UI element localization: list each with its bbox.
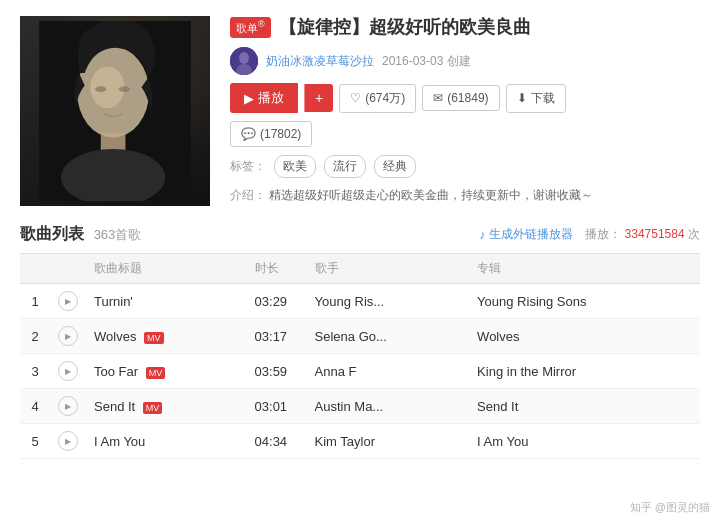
duration: 03:17 <box>247 319 307 354</box>
album[interactable]: Wolves <box>469 319 700 354</box>
table-row: 3 ▶ Too Far MV 03:59 Anna F King in the … <box>20 354 700 389</box>
play-icon-cell[interactable]: ▶ <box>50 354 86 389</box>
album[interactable]: Send It <box>469 389 700 424</box>
action-row: ▶ 播放 + ♡ (674万) ✉ (61849) ⬇ 下载 <box>230 83 700 113</box>
song-list-title: 歌曲列表 <box>20 225 84 242</box>
mv-icon[interactable]: MV <box>146 367 166 379</box>
download-label: 下载 <box>531 90 555 107</box>
artist[interactable]: Anna F <box>307 354 470 389</box>
song-name-cell: Wolves MV <box>86 319 247 354</box>
svg-point-4 <box>90 66 124 108</box>
album[interactable]: King in the Mirror <box>469 354 700 389</box>
play-button[interactable]: ▶ 播放 <box>230 83 298 113</box>
comment-icon-count: (17802) <box>260 127 301 141</box>
table-row: 1 ▶ Turnin' 03:29 Young Ris... Young Ris… <box>20 284 700 319</box>
comment-count-button[interactable]: 💬 (17802) <box>230 121 312 147</box>
created-date: 2016-03-03 创建 <box>382 53 471 70</box>
top-section: 歌单 【旋律控】超级好听的欧美良曲 奶油冰激凌草莓沙拉 2016-03-03 创… <box>20 16 700 206</box>
table-row: 2 ▶ Wolves MV 03:17 Selena Go... Wolves <box>20 319 700 354</box>
heart-icon: ♡ <box>350 91 361 105</box>
play-circle-icon[interactable]: ▶ <box>58 396 78 416</box>
play-circle-icon[interactable]: ▶ <box>58 361 78 381</box>
song-name-cell: I Am You <box>86 424 247 459</box>
col-play <box>50 254 86 284</box>
author-name[interactable]: 奶油冰激凌草莓沙拉 <box>266 53 374 70</box>
cover-image <box>20 16 210 206</box>
info-section: 歌单 【旋律控】超级好听的欧美良曲 奶油冰激凌草莓沙拉 2016-03-03 创… <box>230 16 700 206</box>
duration: 04:34 <box>247 424 307 459</box>
play-circle-icon[interactable]: ▶ <box>58 326 78 346</box>
generate-link-label: 生成外链播放器 <box>489 226 573 243</box>
title-row: 歌单 【旋律控】超级好听的欧美良曲 <box>230 16 700 39</box>
badge-gedan: 歌单 <box>230 17 271 38</box>
description-row: 介绍： 精选超级好听超级走心的欧美金曲，持续更新中，谢谢收藏～ <box>230 186 700 204</box>
desc-text: 精选超级好听超级走心的欧美金曲，持续更新中，谢谢收藏～ <box>269 188 593 202</box>
favorite-button[interactable]: ♡ (674万) <box>339 84 416 113</box>
svg-point-6 <box>119 86 130 92</box>
col-num <box>20 254 50 284</box>
bubble-icon: 💬 <box>241 127 256 141</box>
mv-icon[interactable]: MV <box>144 332 164 344</box>
play-circle-icon[interactable]: ▶ <box>58 291 78 311</box>
col-duration: 时长 <box>247 254 307 284</box>
song-name-cell: Too Far MV <box>86 354 247 389</box>
tag-2[interactable]: 经典 <box>374 155 416 178</box>
song-title[interactable]: Send It <box>94 399 135 414</box>
artist[interactable]: Kim Taylor <box>307 424 470 459</box>
watermark: 知乎 @图灵的猫 <box>630 500 710 515</box>
artist[interactable]: Austin Ma... <box>307 389 470 424</box>
col-title: 歌曲标题 <box>86 254 247 284</box>
table-header-row: 歌曲标题 时长 歌手 专辑 <box>20 254 700 284</box>
tag-1[interactable]: 流行 <box>324 155 366 178</box>
mv-icon[interactable]: MV <box>143 402 163 414</box>
song-list-header: 歌曲列表 363首歌 ♪ 生成外链播放器 播放： 334751584 次 <box>20 224 700 245</box>
duration: 03:01 <box>247 389 307 424</box>
play-circle-icon[interactable]: ▶ <box>58 431 78 451</box>
generate-link[interactable]: ♪ 生成外链播放器 <box>479 226 573 243</box>
row-num: 5 <box>20 424 50 459</box>
play-count-area: 播放： 334751584 次 <box>585 226 700 243</box>
col-album: 专辑 <box>469 254 700 284</box>
play-icon-cell[interactable]: ▶ <box>50 424 86 459</box>
song-title[interactable]: Turnin' <box>94 294 133 309</box>
song-name-cell: Turnin' <box>86 284 247 319</box>
row-num: 2 <box>20 319 50 354</box>
author-row: 奶油冰激凌草莓沙拉 2016-03-03 创建 <box>230 47 700 75</box>
song-name-cell: Send It MV <box>86 389 247 424</box>
comment-button[interactable]: ✉ (61849) <box>422 85 499 111</box>
artist[interactable]: Young Ris... <box>307 284 470 319</box>
song-title[interactable]: Wolves <box>94 329 136 344</box>
song-title[interactable]: I Am You <box>94 434 145 449</box>
play-icon-cell[interactable]: ▶ <box>50 389 86 424</box>
play-add-button[interactable]: + <box>304 84 333 112</box>
comment-row: 💬 (17802) <box>230 121 700 147</box>
download-button[interactable]: ⬇ 下载 <box>506 84 566 113</box>
add-icon: + <box>315 90 323 106</box>
song-count: 363首歌 <box>94 227 142 242</box>
tags-row: 标签： 欧美 流行 经典 <box>230 155 700 178</box>
play-icon-cell[interactable]: ▶ <box>50 319 86 354</box>
music-note-icon: ♪ <box>479 228 485 242</box>
play-count-num: 334751584 <box>625 227 685 241</box>
song-list-section: 歌曲列表 363首歌 ♪ 生成外链播放器 播放： 334751584 次 <box>20 224 700 459</box>
song-list-title-area: 歌曲列表 363首歌 <box>20 224 141 245</box>
download-icon: ⬇ <box>517 91 527 105</box>
artist[interactable]: Selena Go... <box>307 319 470 354</box>
row-num: 4 <box>20 389 50 424</box>
tag-0[interactable]: 欧美 <box>274 155 316 178</box>
table-row: 4 ▶ Send It MV 03:01 Austin Ma... Send I… <box>20 389 700 424</box>
tags-label: 标签： <box>230 158 266 175</box>
table-row: 5 ▶ I Am You 04:34 Kim Taylor I Am You <box>20 424 700 459</box>
album[interactable]: I Am You <box>469 424 700 459</box>
row-num: 3 <box>20 354 50 389</box>
play-prefix: 播放： <box>585 227 621 241</box>
duration: 03:29 <box>247 284 307 319</box>
svg-point-8 <box>239 52 249 64</box>
album[interactable]: Young Rising Sons <box>469 284 700 319</box>
play-triangle-icon: ▶ <box>244 91 254 106</box>
play-icon-cell[interactable]: ▶ <box>50 284 86 319</box>
play-suffix: 次 <box>688 227 700 241</box>
playlist-title: 【旋律控】超级好听的欧美良曲 <box>279 16 531 39</box>
song-title[interactable]: Too Far <box>94 364 138 379</box>
svg-point-5 <box>95 86 106 92</box>
